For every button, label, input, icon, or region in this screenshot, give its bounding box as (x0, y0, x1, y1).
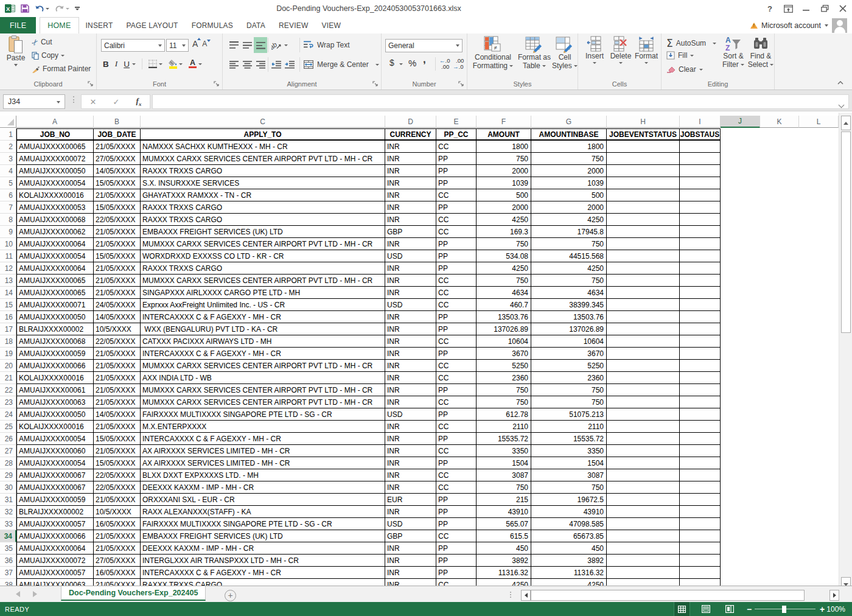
cell-G32[interactable]: 43910 (531, 506, 607, 518)
paste-button[interactable]: Paste (5, 35, 27, 66)
cell-J18[interactable] (721, 335, 760, 348)
cell-H25[interactable] (607, 421, 680, 433)
cell-H18[interactable] (607, 335, 680, 348)
cell-A33[interactable]: AMUAIJXXXX00057 (16, 518, 94, 530)
cell-J20[interactable] (721, 360, 760, 372)
cell-K18[interactable] (760, 335, 799, 348)
cell-H32[interactable] (607, 506, 680, 518)
cell-I14[interactable] (680, 287, 721, 299)
cell-H4[interactable] (607, 165, 680, 177)
align-bottom-button[interactable] (254, 37, 267, 53)
cell-H5[interactable] (607, 177, 680, 189)
cell-C22[interactable]: MUMXXX CARXX SERVICES CENTER AIRPORT PVT… (141, 384, 385, 396)
cell-C7[interactable]: RAXXX TRXXS CARGO (141, 201, 385, 214)
cell-H10[interactable] (607, 238, 680, 250)
cell-J23[interactable] (721, 396, 760, 408)
cell-F23[interactable]: 750 (477, 396, 531, 408)
cell-G35[interactable]: 450 (531, 542, 607, 555)
cell-E23[interactable]: CC (436, 396, 477, 408)
cell-A24[interactable]: AMUAIJXXXX00050 (16, 408, 94, 421)
cell-F9[interactable]: 169.3 (477, 226, 531, 238)
row-header-21[interactable]: 21 (0, 372, 16, 384)
cell-C24[interactable]: FAIRXXXX MULTIXXXX SINGAPORE PTE LTD - S… (141, 408, 385, 421)
cell-H16[interactable] (607, 311, 680, 323)
cell-D16[interactable]: INR (385, 311, 436, 323)
horizontal-scrollbar[interactable] (521, 590, 839, 601)
cell-B10[interactable]: 21/05/XXXX (94, 238, 141, 250)
row-header-1[interactable]: 1 (0, 128, 16, 141)
cell-J10[interactable] (721, 238, 760, 250)
cell-C21[interactable]: AXX INDIA LTD - WB (141, 372, 385, 384)
cell-E17[interactable]: PP (436, 323, 477, 335)
row-header-14[interactable]: 14 (0, 287, 16, 299)
cell-F14[interactable]: 4634 (477, 287, 531, 299)
row-header-35[interactable]: 35 (0, 542, 16, 555)
cell-L8[interactable] (799, 214, 839, 226)
increase-indent-button[interactable] (284, 57, 295, 72)
column-header-F[interactable]: F (477, 116, 531, 128)
cell-A18[interactable]: AMUAIJXXXX00068 (16, 335, 94, 348)
cell-D15[interactable]: USD (385, 299, 436, 311)
cell-J37[interactable] (721, 567, 760, 579)
cell-J5[interactable] (721, 177, 760, 189)
cell-E33[interactable]: PP (436, 518, 477, 530)
cell-C9[interactable]: EMBAXXX FREIGHT SERVICES (UK) LTD (141, 226, 385, 238)
cell-A22[interactable]: AMUAIJXXXX00061 (16, 384, 94, 396)
cell-styles-button[interactable]: CellStyles (553, 36, 577, 70)
cell-H36[interactable] (607, 555, 680, 567)
cell-F22[interactable]: 750 (477, 384, 531, 396)
cell-H31[interactable] (607, 494, 680, 506)
cell-F16[interactable]: 13503.76 (477, 311, 531, 323)
cell-I33[interactable] (680, 518, 721, 530)
cell-G10[interactable]: 750 (531, 238, 607, 250)
cell-G4[interactable]: 2000 (531, 165, 607, 177)
ribbon-display-options-button[interactable] (780, 2, 796, 15)
cell-C38[interactable]: RAXXX TRXXS CARGO (141, 579, 385, 586)
row-header-18[interactable]: 18 (0, 335, 16, 348)
cell-L23[interactable] (799, 396, 839, 408)
comma-style-button[interactable]: , (423, 54, 426, 66)
cell-D23[interactable]: INR (385, 396, 436, 408)
underline-dropdown-icon[interactable] (132, 63, 136, 65)
cell-G30[interactable]: 750 (531, 481, 607, 494)
cell-F36[interactable]: 3892 (477, 555, 531, 567)
cell-L2[interactable] (799, 141, 839, 153)
column-header-K[interactable]: K (760, 116, 799, 128)
cell-D13[interactable]: INR (385, 275, 436, 287)
cell-K5[interactable] (760, 177, 799, 189)
cell-J19[interactable] (721, 348, 760, 360)
font-name-select[interactable]: Calibri (101, 39, 165, 52)
account-label[interactable]: Microsoft account (761, 21, 821, 30)
zoom-slider[interactable] (755, 602, 815, 616)
cell-E7[interactable]: PP (436, 201, 477, 214)
cell-B7[interactable]: 15/05/XXXX (94, 201, 141, 214)
cell-C15[interactable]: Exprxxx AxxFreight Unlimited Inc. - US -… (141, 299, 385, 311)
column-header-B[interactable]: B (94, 116, 141, 128)
cell-L33[interactable] (799, 518, 839, 530)
cell-I17[interactable] (680, 323, 721, 335)
fill-button[interactable]: Fill (666, 51, 694, 60)
cell-D26[interactable]: INR (385, 433, 436, 445)
cell-F18[interactable]: 10604 (477, 335, 531, 348)
cut-button[interactable]: ✂ Cut (32, 38, 52, 46)
cell-K8[interactable] (760, 214, 799, 226)
cell-A9[interactable]: AMUAIJXXXX00062 (16, 226, 94, 238)
cell-F21[interactable]: 2360 (477, 372, 531, 384)
cell-D19[interactable]: INR (385, 348, 436, 360)
cell-G12[interactable]: 4250 (531, 262, 607, 275)
column-header-E[interactable]: E (436, 116, 477, 128)
cell-E8[interactable]: CC (436, 214, 477, 226)
cell-J12[interactable] (721, 262, 760, 275)
cancel-formula-icon[interactable]: ✕ (90, 97, 97, 107)
cell-I4[interactable] (680, 165, 721, 177)
cell-C31[interactable]: ORXXXANI SXL - EUR - CR (141, 494, 385, 506)
cell-I18[interactable] (680, 335, 721, 348)
cell-D32[interactable]: INR (385, 506, 436, 518)
cell-C4[interactable]: RAXXX TRXXS CARGO (141, 165, 385, 177)
cell-C6[interactable]: GHAYATXXX RAMXXX - TN - CR (141, 189, 385, 201)
row-header-37[interactable]: 37 (0, 567, 16, 579)
cell-F35[interactable]: 450 (477, 542, 531, 555)
clipboard-dialog-launcher[interactable] (88, 81, 94, 87)
cell-L7[interactable] (799, 201, 839, 214)
enter-formula-icon[interactable]: ✓ (113, 97, 120, 107)
